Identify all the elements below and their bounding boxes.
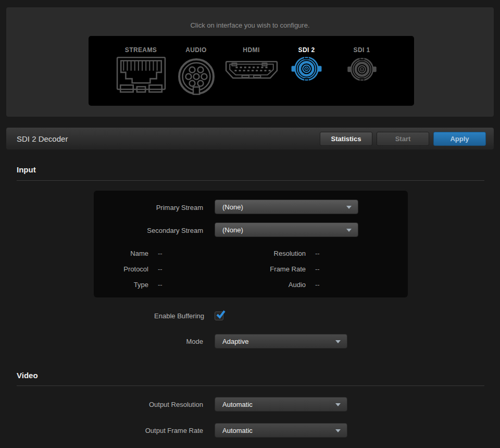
secondary-stream-label: Secondary Stream xyxy=(94,227,203,234)
output-resolution-value: Automatic xyxy=(222,401,253,408)
primary-stream-dropdown[interactable]: (None) xyxy=(215,200,358,214)
protocol-value: -- xyxy=(158,265,162,273)
mode-dropdown[interactable]: Adaptive xyxy=(215,334,347,349)
name-label: Name xyxy=(94,250,148,257)
mode-value: Adaptive xyxy=(222,338,249,345)
hdmi-icon xyxy=(224,54,279,99)
interface-selector-panel: Click on interface you wish to configure… xyxy=(6,7,494,117)
video-section-divider xyxy=(17,385,484,386)
stream-info-panel: Primary Stream (None) Secondary Stream (… xyxy=(94,191,408,297)
interface-sdi2-label: SDI 2 xyxy=(298,46,315,54)
decoder-header-bar: SDI 2 Decoder Statistics Start Apply xyxy=(6,128,494,150)
mode-label: Mode xyxy=(0,338,203,345)
statistics-button[interactable]: Statistics xyxy=(320,132,372,146)
protocol-label: Protocol xyxy=(94,265,148,273)
enable-buffering-checkbox[interactable] xyxy=(215,312,223,320)
audio-label: Audio xyxy=(240,281,306,289)
video-section-heading: Video xyxy=(17,371,38,380)
type-value: -- xyxy=(158,281,162,289)
chevron-down-icon xyxy=(346,229,352,232)
chevron-down-icon xyxy=(335,340,341,343)
output-frame-rate-dropdown[interactable]: Automatic xyxy=(215,423,347,438)
output-frame-rate-value: Automatic xyxy=(222,427,253,434)
primary-stream-value: (None) xyxy=(222,203,243,211)
frame-rate-label: Frame Rate xyxy=(240,265,306,273)
apply-button[interactable]: Apply xyxy=(433,132,486,146)
input-section-divider xyxy=(17,180,484,181)
ethernet-icon xyxy=(114,54,169,99)
interface-audio[interactable]: AUDIO xyxy=(169,46,224,106)
interface-hdmi-label: HDMI xyxy=(243,46,259,54)
start-button[interactable]: Start xyxy=(377,132,429,146)
interface-sdi1-label: SDI 1 xyxy=(353,46,370,54)
name-value: -- xyxy=(158,250,162,257)
chevron-down-icon xyxy=(335,429,341,432)
audio-value: -- xyxy=(315,281,320,289)
interface-sdi1[interactable]: SDI 1 xyxy=(334,46,390,106)
resolution-label: Resolution xyxy=(240,250,306,257)
chevron-down-icon xyxy=(346,206,352,209)
resolution-value: -- xyxy=(315,250,320,257)
output-resolution-label: Output Resolution xyxy=(0,401,203,408)
bnc-icon-active xyxy=(279,54,334,99)
interface-sdi2[interactable]: SDI 2 xyxy=(279,46,334,106)
bnc-icon xyxy=(334,54,390,99)
page-title: SDI 2 Decoder xyxy=(17,134,68,143)
checkmark-icon xyxy=(216,309,226,320)
interface-audio-label: AUDIO xyxy=(185,46,207,54)
interface-streams[interactable]: STREAMS xyxy=(114,46,169,106)
primary-stream-label: Primary Stream xyxy=(94,204,203,211)
frame-rate-value: -- xyxy=(315,265,320,273)
interface-icon-box: STREAMS AUDIO xyxy=(89,36,414,106)
interface-streams-label: STREAMS xyxy=(125,46,157,54)
interface-hdmi[interactable]: HDMI xyxy=(224,46,279,106)
secondary-stream-value: (None) xyxy=(222,226,243,234)
output-frame-rate-label: Output Frame Rate xyxy=(0,427,203,434)
instruction-text: Click on interface you wish to configure… xyxy=(6,21,494,29)
enable-buffering-label: Enable Buffering xyxy=(0,312,204,320)
secondary-stream-dropdown[interactable]: (None) xyxy=(215,222,358,237)
output-resolution-dropdown[interactable]: Automatic xyxy=(215,397,347,412)
chevron-down-icon xyxy=(335,403,341,406)
header-buttons: Statistics Start Apply xyxy=(320,132,486,146)
audio-din-icon xyxy=(169,54,224,99)
decoder-config-page: Click on interface you wish to configure… xyxy=(0,0,500,448)
type-label: Type xyxy=(94,281,148,289)
input-section-heading: Input xyxy=(17,165,36,174)
